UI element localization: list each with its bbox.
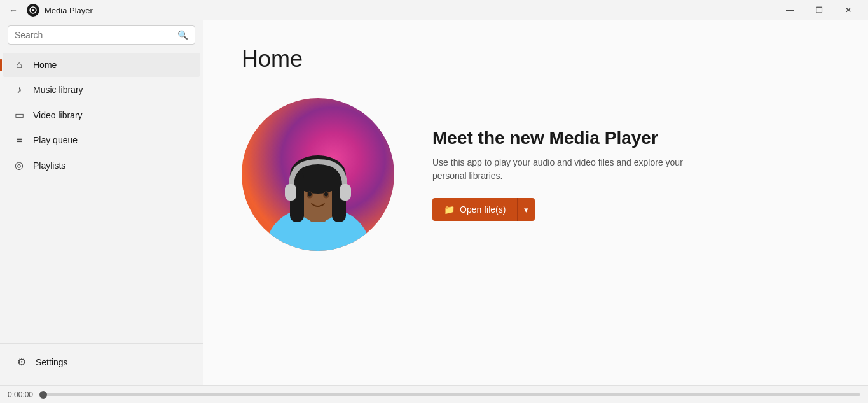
maximize-button[interactable]: ❐ <box>804 0 834 20</box>
sidebar-bottom: ⚙ Settings <box>0 343 203 380</box>
playlists-icon: ◎ <box>13 159 25 171</box>
open-file-button-group: 📁 Open file(s) ▾ <box>432 198 687 221</box>
progress-bar-container: 0:00:00 <box>0 385 868 403</box>
open-file-button[interactable]: 📁 Open file(s) <box>432 198 517 221</box>
content-area: Home <box>203 20 868 385</box>
svg-point-2 <box>32 9 34 11</box>
sidebar-item-label: Home <box>33 60 57 70</box>
chevron-down-icon: ▾ <box>524 205 528 215</box>
sidebar-item-play-queue[interactable]: ≡ Play queue <box>3 128 200 152</box>
app-logo <box>27 4 39 17</box>
window-controls: — ❐ ✕ <box>775 0 863 20</box>
svg-point-12 <box>324 192 328 197</box>
hero-title: Meet the new Media Player <box>432 128 687 148</box>
folder-icon: 📁 <box>444 204 455 215</box>
settings-icon: ⚙ <box>15 356 28 368</box>
open-file-dropdown-button[interactable]: ▾ <box>517 198 535 221</box>
sidebar-item-settings[interactable]: ⚙ Settings <box>5 350 198 374</box>
app-title: Media Player <box>45 6 93 15</box>
nav-items: ⌂ Home ♪ Music library ▭ Video library ≡… <box>0 50 203 343</box>
hero-content: Meet the new Media Player Use this app t… <box>432 128 687 221</box>
sidebar-item-video-library[interactable]: ▭ Video library <box>3 103 200 127</box>
sidebar-item-music-library[interactable]: ♪ Music library <box>3 78 200 102</box>
svg-rect-13 <box>285 184 296 201</box>
back-icon: ← <box>9 5 18 15</box>
hero-illustration <box>242 98 394 251</box>
current-time: 0:00:00 <box>8 390 33 399</box>
search-input[interactable] <box>15 30 172 40</box>
music-icon: ♪ <box>13 84 25 95</box>
video-icon: ▭ <box>13 109 25 121</box>
queue-icon: ≡ <box>13 134 25 146</box>
sidebar-item-label: Settings <box>36 357 68 367</box>
sidebar-item-label: Play queue <box>33 135 78 145</box>
titlebar-left: ← Media Player <box>5 3 93 18</box>
svg-rect-14 <box>340 184 351 201</box>
sidebar-item-label: Music library <box>33 85 83 95</box>
main-layout: 🔍 ⌂ Home ♪ Music library ▭ Video library… <box>0 20 868 385</box>
svg-point-11 <box>308 192 312 197</box>
search-box[interactable]: 🔍 <box>8 25 195 45</box>
page-title: Home <box>242 46 830 73</box>
titlebar: ← Media Player — ❐ ✕ <box>0 0 868 20</box>
hero-description: Use this app to play your audio and vide… <box>432 156 687 183</box>
close-button[interactable]: ✕ <box>834 0 863 20</box>
open-btn-label: Open file(s) <box>460 204 506 215</box>
search-icon: 🔍 <box>177 30 188 40</box>
sidebar-item-playlists[interactable]: ◎ Playlists <box>3 153 200 178</box>
sidebar-item-label: Playlists <box>33 160 65 171</box>
minimize-button[interactable]: — <box>775 0 804 20</box>
sidebar-item-home[interactable]: ⌂ Home <box>3 53 200 77</box>
progress-thumb[interactable] <box>39 391 47 399</box>
hero-section: Meet the new Media Player Use this app t… <box>242 98 830 251</box>
home-icon: ⌂ <box>13 59 25 71</box>
progress-track[interactable] <box>39 393 860 396</box>
sidebar: 🔍 ⌂ Home ♪ Music library ▭ Video library… <box>0 20 203 385</box>
character-svg <box>242 98 394 251</box>
back-button[interactable]: ← <box>5 3 22 18</box>
sidebar-item-label: Video library <box>33 110 83 120</box>
